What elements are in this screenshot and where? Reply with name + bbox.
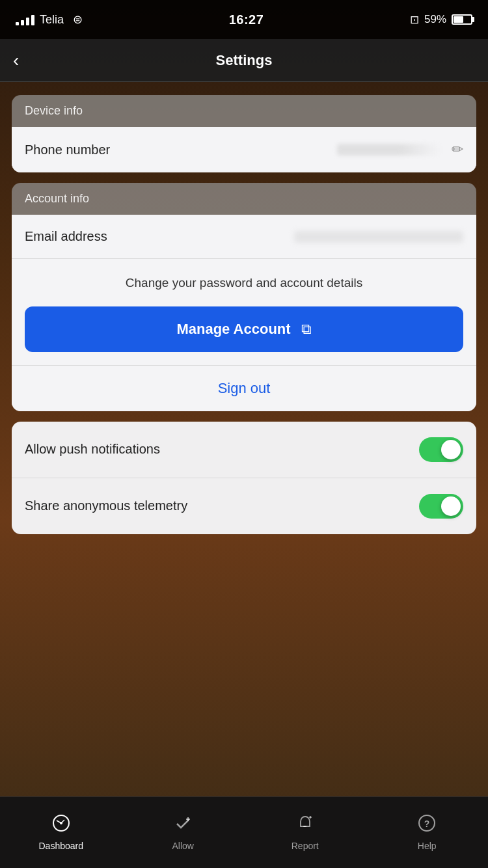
edit-icon[interactable]: ✏ xyxy=(452,141,463,158)
email-label: Email address xyxy=(25,229,107,244)
toggle-section: Allow push notifications Share anonymous… xyxy=(12,422,476,534)
status-time: 16:27 xyxy=(229,12,264,27)
tab-allow[interactable]: Allow xyxy=(122,809,245,856)
tab-help[interactable]: ? Help xyxy=(366,809,489,856)
svg-point-7 xyxy=(303,826,305,827)
svg-line-2 xyxy=(57,821,61,823)
external-link-icon: ⧉ xyxy=(301,321,312,338)
tab-dashboard[interactable]: Dashboard xyxy=(0,809,122,856)
account-info-section: Account info Email address Change your p… xyxy=(12,183,476,411)
device-info-header: Device info xyxy=(12,95,476,127)
push-notifications-row[interactable]: Allow push notifications xyxy=(12,422,476,478)
status-bar-right: ⊡ 59% xyxy=(410,13,472,27)
tab-allow-label: Allow xyxy=(172,841,194,851)
manage-account-label: Manage Account xyxy=(176,321,290,338)
manage-account-button[interactable]: Manage Account ⧉ xyxy=(25,306,463,352)
telemetry-label: Share anonymous telemetry xyxy=(25,498,187,513)
dashboard-icon xyxy=(52,814,70,837)
help-icon: ? xyxy=(418,814,436,837)
password-section: Change your password and account details… xyxy=(12,258,476,365)
push-notifications-toggle[interactable] xyxy=(419,437,463,462)
sign-out-row: Sign out xyxy=(12,365,476,411)
tab-help-label: Help xyxy=(418,841,437,851)
phone-number-value xyxy=(337,144,441,156)
battery-icon xyxy=(452,14,472,25)
account-info-body: Email address Change your password and a… xyxy=(12,215,476,411)
svg-text:?: ? xyxy=(424,819,430,829)
airplay-icon: ⊡ xyxy=(410,13,419,27)
email-value xyxy=(294,231,463,243)
wifi-icon: ⊜ xyxy=(73,12,83,27)
carrier-label: Telia xyxy=(40,13,64,27)
toggle-knob-2 xyxy=(441,496,461,516)
telemetry-row[interactable]: Share anonymous telemetry xyxy=(12,478,476,534)
device-info-body: Phone number ✏ xyxy=(12,127,476,172)
allow-icon xyxy=(174,814,192,837)
page-header: ‹ Settings xyxy=(0,39,488,82)
report-icon xyxy=(296,814,314,837)
account-info-header: Account info xyxy=(12,183,476,215)
push-notifications-label: Allow push notifications xyxy=(25,442,160,457)
tab-report-label: Report xyxy=(291,841,319,851)
main-content: Device info Phone number ✏ Account info xyxy=(0,82,488,796)
phone-number-row[interactable]: Phone number ✏ xyxy=(12,127,476,172)
sign-out-button[interactable]: Sign out xyxy=(218,380,271,397)
toggle-knob xyxy=(441,440,461,459)
signal-bars-icon xyxy=(16,14,34,25)
status-bar-left: Telia ⊜ xyxy=(16,12,83,27)
battery-percentage: 59% xyxy=(424,13,446,26)
device-info-title: Device info xyxy=(25,104,83,117)
phone-number-label: Phone number xyxy=(25,142,110,157)
tab-bar: Dashboard Allow xyxy=(0,796,488,868)
svg-line-3 xyxy=(61,820,64,823)
tab-dashboard-label: Dashboard xyxy=(39,841,84,851)
status-bar: Telia ⊜ 16:27 ⊡ 59% xyxy=(0,0,488,39)
telemetry-toggle[interactable] xyxy=(419,494,463,519)
tab-report[interactable]: Report xyxy=(244,809,366,856)
change-password-text: Change your password and account details xyxy=(126,275,362,292)
back-button[interactable]: ‹ xyxy=(13,51,19,70)
account-info-title: Account info xyxy=(25,192,89,205)
device-info-section: Device info Phone number ✏ xyxy=(12,95,476,172)
page-title: Settings xyxy=(216,52,273,69)
email-row: Email address xyxy=(12,215,476,258)
